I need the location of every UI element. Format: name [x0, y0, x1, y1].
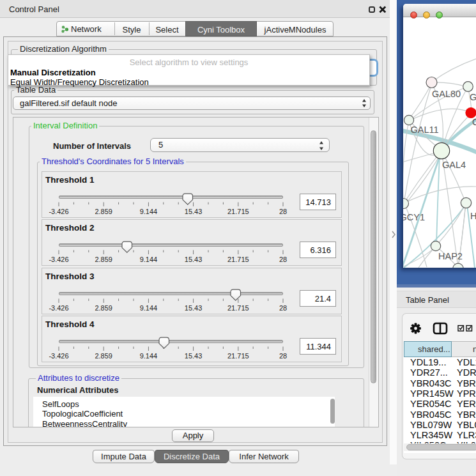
svg-text:GAL4: GAL4	[442, 160, 466, 170]
svg-text:GA: GA	[470, 92, 476, 102]
svg-text:GAL80: GAL80	[432, 89, 461, 99]
svg-text:HAP2: HAP2	[438, 251, 463, 261]
svg-text:C: C	[472, 117, 476, 127]
svg-text:GCY1: GCY1	[403, 212, 425, 222]
svg-text:H: H	[470, 211, 476, 221]
svg-text:GAL11: GAL11	[411, 125, 439, 135]
